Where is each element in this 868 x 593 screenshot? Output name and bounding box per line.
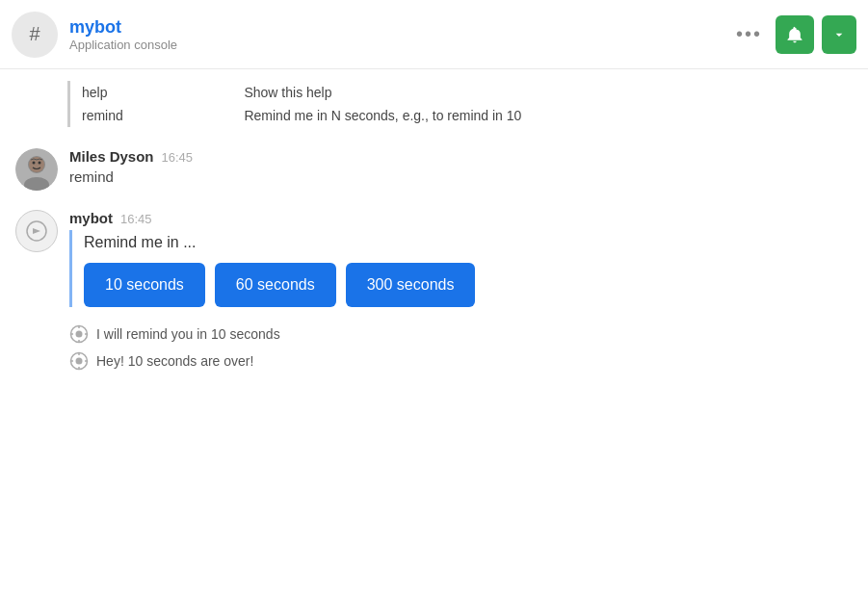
svg-point-5: [39, 162, 41, 165]
user-message-row: Miles Dyson 16:45 remind: [0, 139, 868, 200]
channel-icon: #: [12, 12, 58, 58]
svg-point-4: [33, 162, 36, 165]
status-icon-1: [69, 324, 89, 344]
help-table: help Show this help remind Remind me in …: [82, 81, 853, 127]
remind-prompt: Remind me in ...: [84, 230, 853, 251]
app-subtitle: Application console: [69, 38, 730, 52]
notifications-button[interactable]: [776, 15, 814, 54]
sender-name: mybot: [69, 210, 113, 226]
svg-point-15: [76, 358, 83, 365]
bot-message-body: mybot 16:45 Remind me in ... 10 seconds …: [69, 210, 853, 311]
remind-60s-button[interactable]: 60 seconds: [215, 263, 336, 307]
remind-300s-button[interactable]: 300 seconds: [346, 263, 476, 307]
bot-name: mybot: [69, 17, 730, 38]
app-header: # mybot Application console •••: [0, 0, 868, 69]
bot-message-row: mybot 16:45 Remind me in ... 10 seconds …: [0, 200, 868, 321]
header-actions: •••: [730, 15, 856, 54]
status-text-2: Hey! 10 seconds are over!: [96, 353, 253, 369]
avatar: [15, 148, 58, 191]
chat-content: help Show this help remind Remind me in …: [0, 69, 868, 593]
chevron-down-icon: [831, 27, 847, 42]
bot-content-block: Remind me in ... 10 seconds 60 seconds 3…: [69, 230, 853, 307]
command-cell: help: [82, 81, 244, 104]
status-row-2: Hey! 10 seconds are over!: [0, 348, 868, 374]
svg-point-9: [76, 331, 83, 338]
more-options-button[interactable]: •••: [730, 17, 768, 51]
message-text: remind: [69, 168, 853, 185]
remind-10s-button[interactable]: 10 seconds: [84, 263, 205, 307]
status-text-1: I will remind you in 10 seconds: [96, 326, 280, 342]
description-cell: Remind me in N seconds, e.g., to remind …: [244, 104, 853, 127]
status-icon-2: [69, 351, 89, 371]
message-header: mybot 16:45: [69, 210, 853, 226]
description-cell: Show this help: [244, 81, 853, 104]
table-row: help Show this help: [82, 81, 853, 104]
message-timestamp: 16:45: [162, 150, 194, 165]
user-avatar-image: [15, 148, 58, 191]
svg-marker-7: [33, 228, 40, 234]
table-row: remind Remind me in N seconds, e.g., to …: [82, 104, 853, 127]
remind-button-row: 10 seconds 60 seconds 300 seconds: [84, 263, 853, 307]
message-timestamp: 16:45: [120, 212, 152, 226]
bot-avatar-icon: [25, 219, 48, 243]
status-row-1: I will remind you in 10 seconds: [0, 321, 868, 348]
bell-icon: [785, 25, 804, 44]
header-title-area: mybot Application console: [69, 17, 730, 52]
bot-avatar: [15, 210, 58, 252]
sender-name: Miles Dyson: [69, 148, 154, 165]
help-table-block: help Show this help remind Remind me in …: [67, 81, 853, 127]
message-header: Miles Dyson 16:45: [69, 148, 853, 165]
command-cell: remind: [82, 104, 244, 127]
user-message-body: Miles Dyson 16:45 remind: [69, 148, 853, 185]
dropdown-button[interactable]: [822, 15, 856, 54]
